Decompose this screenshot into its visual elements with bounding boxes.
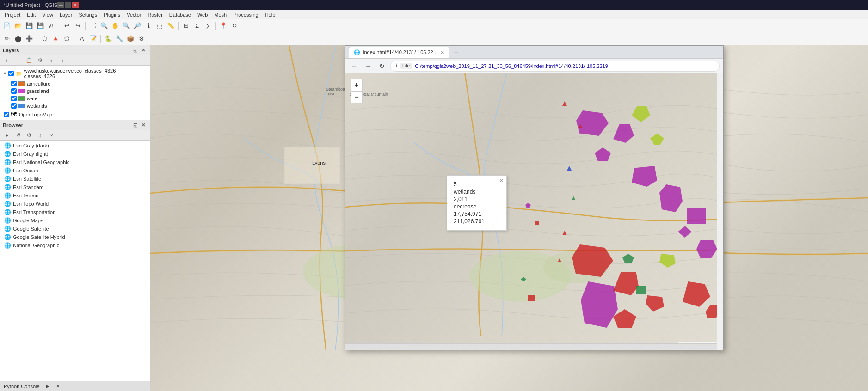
layer-expand-button[interactable]: ↕ (46, 55, 56, 66)
minimize-button[interactable]: — (57, 2, 64, 8)
add-feature-button[interactable]: ➕ (24, 34, 34, 44)
browser-item-google-satellite[interactable]: 🌐 Google Satellite (0, 225, 150, 233)
browser-item-google-hybrid[interactable]: 🌐 Google Satellite Hybrid (0, 233, 150, 241)
undo-button[interactable]: ↩ (62, 21, 72, 31)
layer-item-grassland[interactable]: grassland (2, 87, 148, 95)
browser-item-esri-satellite[interactable]: 🌐 Esri Satellite (0, 175, 150, 183)
web-map-zoom-out-button[interactable]: − (351, 91, 363, 103)
popup-close-button[interactable]: ✕ (499, 177, 504, 184)
menu-mesh[interactable]: Mesh (211, 11, 229, 18)
menu-settings[interactable]: Settings (76, 11, 100, 18)
gps-button[interactable]: 📍 (218, 21, 228, 31)
browser-item-esri-ocean[interactable]: 🌐 Esri Ocean (0, 166, 150, 175)
browser-item-esri-terrain[interactable]: 🌐 Esri Terrain (0, 191, 150, 200)
browser-refresh-button[interactable]: ↺ (13, 130, 23, 141)
menu-project[interactable]: Project (2, 11, 23, 18)
stat-button[interactable]: Σ (192, 21, 202, 31)
maximize-button[interactable]: □ (65, 2, 71, 8)
layer-item-wetlands[interactable]: wetlands (2, 102, 148, 110)
browser-new-tab-button[interactable]: + (454, 48, 458, 56)
browser-panel-close-button[interactable]: ✕ (140, 122, 147, 129)
label-button[interactable]: A (77, 34, 87, 44)
browser-item-google-maps[interactable]: 🌐 Google Maps (0, 216, 150, 225)
menu-raster[interactable]: Raster (145, 11, 165, 18)
browser-item-natgeo[interactable]: 🌐 National Geographic (0, 241, 150, 250)
agriculture-checkbox[interactable] (11, 81, 17, 86)
menu-database[interactable]: Database (166, 11, 194, 18)
save-project-button[interactable]: 💾 (24, 21, 34, 31)
layer-item-water[interactable]: water (2, 95, 148, 102)
browser-add-layer-button[interactable]: + (2, 130, 12, 141)
browser-tab[interactable]: 🌐 index.html#14/40.2131/-105.22... ✕ (349, 47, 449, 58)
web-map-scrollbar-h[interactable] (345, 343, 723, 350)
web-map-zoom-in-button[interactable]: + (351, 79, 363, 91)
measure-button[interactable]: 📏 (166, 21, 176, 31)
layer-filter-button[interactable]: ⚙ (35, 55, 45, 66)
digitize-button[interactable]: ⬡ (39, 34, 49, 44)
layer-item-opentopo[interactable]: 🗺 OpenTopoMap (0, 110, 150, 119)
browser-forward-button[interactable]: → (363, 61, 374, 72)
layer-group-header[interactable]: ▼ 📁 www.huskey.gisdenver.co_classes_4326… (2, 67, 148, 80)
qgis-main-map[interactable]: Lyons Steamboat Mountain1064 🌐 index.htm… (150, 45, 868, 391)
browser-item-esri-transport[interactable]: 🌐 Esri Transportation (0, 208, 150, 216)
zoom-in-button[interactable]: 🔍 (121, 21, 131, 31)
annotation-button[interactable]: 📝 (88, 34, 98, 44)
layer-item-agriculture[interactable]: agriculture (2, 80, 148, 87)
browser-item-esri-topo[interactable]: 🌐 Esri Topo World (0, 200, 150, 208)
browser-address-bar[interactable]: ℹ File C:/temp/qgis2web_2019_11_27-21_30… (390, 61, 720, 72)
menu-web[interactable]: Web (195, 11, 210, 18)
edit-pencil-button[interactable]: ✏ (2, 34, 12, 44)
water-checkbox[interactable] (11, 96, 17, 101)
attr-table-button[interactable]: ⊞ (181, 21, 191, 31)
browser-scrollbar[interactable] (717, 73, 723, 350)
new-project-button[interactable]: 📄 (2, 21, 12, 31)
advanced-edit-button[interactable]: ⬠ (62, 34, 72, 44)
menu-help[interactable]: Help (262, 11, 278, 18)
plugin4-button[interactable]: ⚙ (136, 34, 147, 44)
wetlands-checkbox[interactable] (11, 103, 17, 109)
refresh-button[interactable]: ↺ (229, 21, 240, 31)
zoom-layer-button[interactable]: 🔍 (99, 21, 109, 31)
layer-open-attr-button[interactable]: 📋 (24, 55, 34, 66)
menu-processing[interactable]: Processing (230, 11, 261, 18)
close-button[interactable]: ✕ (72, 2, 79, 8)
opentopo-checkbox[interactable] (4, 112, 9, 117)
browser-tab-close-button[interactable]: ✕ (440, 49, 444, 55)
browser-refresh-button[interactable]: ↻ (376, 61, 388, 72)
browser-collapse-button[interactable]: ↕ (35, 130, 45, 141)
grassland-checkbox[interactable] (11, 88, 17, 94)
zoom-out-button[interactable]: 🔎 (132, 21, 142, 31)
select-button[interactable]: ⬚ (154, 21, 165, 31)
browser-help-button[interactable]: ? (46, 130, 56, 141)
menu-view[interactable]: View (39, 11, 56, 18)
menu-edit[interactable]: Edit (24, 11, 38, 18)
menu-plugins[interactable]: Plugins (101, 11, 123, 18)
menu-vector[interactable]: Vector (124, 11, 144, 18)
browser-item-esri-standard[interactable]: 🌐 Esri Standard (0, 183, 150, 191)
browser-filter-button[interactable]: ⚙ (24, 130, 34, 141)
layer-collapse-button[interactable]: ↕ (57, 55, 68, 66)
menu-layer[interactable]: Layer (57, 11, 75, 18)
layers-panel-close-button[interactable]: ✕ (140, 47, 147, 54)
python-clear-button[interactable]: ✕ (54, 382, 62, 391)
browser-item-esri-gray-light[interactable]: 🌐 Esri Gray (light) (0, 150, 150, 158)
pan-button[interactable]: ✋ (110, 21, 120, 31)
layers-panel-float-button[interactable]: ◱ (131, 47, 139, 54)
browser-item-esri-gray-dark[interactable]: 🌐 Esri Gray (dark) (0, 141, 150, 150)
plugin2-button[interactable]: 🔧 (114, 34, 124, 44)
layer-add-button[interactable]: + (2, 55, 12, 66)
redo-button[interactable]: ↪ (73, 21, 83, 31)
python-run-button[interactable]: ▶ (43, 382, 52, 391)
plugin3-button[interactable]: 📦 (125, 34, 135, 44)
print-button[interactable]: 🖨 (46, 21, 56, 31)
save-as-button[interactable]: 💾 (35, 21, 45, 31)
node-tool-button[interactable]: ⬤ (13, 34, 23, 44)
snap-button[interactable]: 🔺 (50, 34, 61, 44)
group-checkbox[interactable] (8, 71, 14, 76)
map-container[interactable]: Lyons Steamboat Mountain1064 🌐 index.htm… (150, 45, 868, 391)
zoom-full-button[interactable]: ⛶ (88, 21, 98, 31)
field-calc-button[interactable]: ∑ (203, 21, 213, 31)
browser-panel-float-button[interactable]: ◱ (131, 122, 139, 129)
identify-button[interactable]: ℹ (143, 21, 154, 31)
browser-back-button[interactable]: ← (349, 61, 360, 72)
